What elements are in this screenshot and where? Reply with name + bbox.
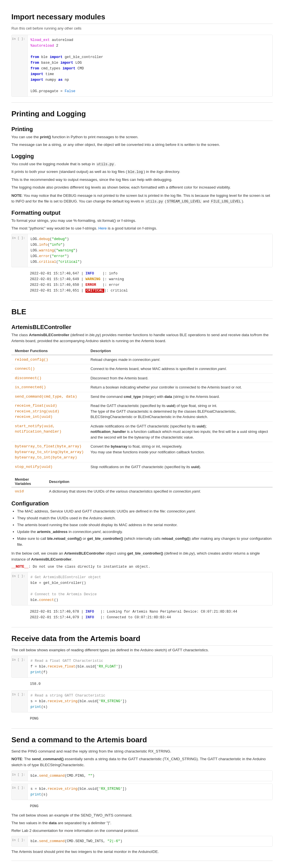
ble-section: BLE ArtemisBLEController The class Artem… [11, 307, 273, 621]
config-bullet-1: The MAC address, Service UUID and GATT c… [17, 508, 273, 515]
receive-string-code[interactable]: s = ble.receive_string(ble.uuid['RX_STRI… [27, 784, 272, 800]
logging-desc3: This is the recommended way to output me… [11, 177, 273, 183]
fn-disconnect: disconnect() [11, 373, 87, 383]
import-modules-cell[interactable]: In [ ]: %load_ext autoreload %autoreload… [11, 35, 273, 97]
member-vars-header: Member Variables [11, 476, 46, 487]
fn-bytearray: bytearray_to_float(byte_array)bytearray_… [11, 442, 87, 462]
receive-string-output: PONG [27, 802, 273, 810]
cell-label-float: In [ ]: [12, 656, 27, 677]
fn-reload-config-desc: Reload changes made in connection.yaml. [87, 355, 273, 364]
logging-note: NOTE: You may notice that the DEBUG mess… [11, 193, 273, 205]
var-uuid: uuid [11, 487, 46, 495]
fn-connect: connect() [11, 364, 87, 374]
printing-logging-title: Printing and Logging [11, 110, 273, 121]
import-modules-code[interactable]: %load_ext autoreload %autoreload 2 from … [27, 35, 272, 96]
fn-bytearray-desc: Convert the bytearray to float, string o… [87, 442, 273, 462]
fn-start-notify: start_notify(uuid,notification_handler) [11, 422, 87, 442]
float-cell[interactable]: In [ ]: # Read a float GATT Characterist… [11, 656, 273, 678]
member-vars-desc-header: Description [46, 476, 273, 487]
dunder-note: __NOTE__: Do not use the class directly … [11, 564, 273, 570]
logging-title: Logging [11, 153, 273, 160]
ping-cell[interactable]: In [ ]: ble.send_command(CMD.PING, "") [11, 770, 273, 781]
float-code[interactable]: # Read a float GATT Characteristic f = b… [27, 656, 272, 677]
cell-label-string: In [ ]: [12, 690, 27, 712]
fstrings-link[interactable]: Here [98, 226, 107, 230]
ble-title: BLE [11, 307, 273, 319]
table-row: receive_float(uuid)receive_string(uuid)r… [11, 401, 273, 422]
fn-connect-desc: Connect to the Artemis board, whose MAC … [87, 364, 273, 374]
string-code[interactable]: # Read a string GATT Characteristic s = … [27, 690, 272, 712]
fn-receive: receive_float(uuid)receive_string(uuid)r… [11, 401, 87, 422]
two-ints-note: The Artemis board should print the two i… [11, 849, 273, 855]
string-cell[interactable]: In [ ]: # Read a string GATT Characteris… [11, 690, 273, 712]
two-ints-desc: The cell below shows an example of the S… [11, 812, 273, 818]
fn-disconnect-desc: Disconnect from the Artemis board. [87, 373, 273, 383]
two-ints-cell[interactable]: In [ ]: ble.send_command(CMD.SEND_TWO_IN… [11, 836, 273, 847]
printing-desc2: The message can be a string, or any othe… [11, 142, 273, 148]
member-functions-table: Member Functions Description reload_conf… [11, 347, 273, 472]
send-command-section: Send a command to the Artemis board Send… [11, 736, 273, 855]
receive-string-cell[interactable]: In [ ]: s = ble.receive_string(ble.uuid[… [11, 783, 273, 800]
artemis-controller-desc: The class ArtemisBLEController (defined … [11, 332, 273, 344]
fn-send-command: send_command(cmd_type, data) [11, 392, 87, 401]
get-controller-code[interactable]: # Get ArtemisBLEController object ble = … [27, 572, 272, 605]
two-ints-desc3: Refer Lab 2 documentation for more infor… [11, 828, 273, 834]
fn-reload-config: reload_config() [11, 355, 87, 364]
config-bullet-4: Update the artemis_address in connection… [17, 529, 273, 535]
string-output: PONG [27, 715, 273, 723]
cell-label-import: In [ ]: [12, 35, 27, 96]
receive-data-title: Receive data from the Artemis board [11, 634, 273, 646]
ping-code[interactable]: ble.send_command(CMD.PING, "") [27, 771, 272, 781]
divider-3 [11, 627, 273, 627]
config-bullet-5: Make sure to call ble.reload_config() or… [17, 536, 273, 548]
two-ints-code[interactable]: ble.send_command(CMD.SEND_TWO_INTS, "2|-… [27, 836, 272, 846]
table-row: reload_config() Reload changes made in c… [11, 355, 273, 364]
printing-title: Printing [11, 126, 273, 132]
table-row: send_command(cmd_type, data) Send the co… [11, 392, 273, 401]
fn-receive-desc: Read the GATT characteristic (specified … [87, 401, 273, 422]
formatting-desc2: The most "pythonic" way would be to use … [11, 225, 273, 231]
var-uuid-desc: A dictionary that stores the UUIDs of th… [46, 487, 273, 495]
two-ints-desc2: The two values in the data are separated… [11, 820, 273, 826]
printing-desc1: You can use the print() function in Pyth… [11, 134, 273, 140]
log-output: 2022-02-01 15:17:40,647 | INFO |: info 2… [27, 270, 273, 294]
config-bullet-3: The artemis board running the base code … [17, 522, 273, 528]
float-output: 158.0 [27, 680, 273, 688]
table-row: disconnect() Disconnect from the Artemis… [11, 373, 273, 383]
table-row: stop_notify(uuid) Stop notifications on … [11, 462, 273, 471]
divider-2 [11, 300, 273, 301]
description-header: Description [87, 347, 273, 355]
config-desc: In the below cell, we create an ArtemisB… [11, 551, 273, 563]
divider-5 [11, 861, 273, 861]
send-command-title: Send a command to the Artemis board [11, 736, 273, 747]
artemis-controller-title: ArtemisBLEController [11, 324, 273, 331]
cell-label-controller: In [ ]: [12, 572, 27, 605]
cell-label-receive: In [ ]: [12, 784, 27, 800]
send-command-desc1: Send the PING command and read the reply… [11, 749, 273, 754]
logging-desc2: It prints to both your screen (standard … [11, 169, 273, 175]
logging-desc1: You could use the logging module that is… [11, 161, 273, 167]
table-row: uuid A dictionary that stores the UUIDs … [11, 487, 273, 495]
config-bullet-2: They should match the UUIDs used in the … [17, 515, 273, 521]
table-row: connect() Connect to the Artemis board, … [11, 364, 273, 374]
fn-start-notify-desc: Activate notifications on the GATT chara… [87, 422, 273, 442]
table-row: is_connected() Return a boolean indicati… [11, 383, 273, 392]
import-modules-title: Import necessary modules [11, 12, 273, 24]
import-modules-section: Import necessary modules Run this cell b… [11, 12, 273, 97]
member-variables-table: Member Variables Description uuid A dict… [11, 476, 273, 495]
formatting-title: Formatting output [11, 210, 273, 216]
cell-label-two-ints: In [ ]: [12, 836, 27, 846]
configuration-title: Configuration [11, 500, 273, 507]
cell-label-ping: In [ ]: [12, 771, 27, 781]
table-row: start_notify(uuid,notification_handler) … [11, 422, 273, 442]
divider-1 [11, 102, 273, 103]
log-example-code[interactable]: LOG.debug("debug") LOG.info("info") LOG.… [27, 234, 272, 267]
fn-send-command-desc: Send the command cmd_type (integer) with… [87, 392, 273, 401]
get-controller-cell[interactable]: In [ ]: # Get ArtemisBLEController objec… [11, 572, 273, 606]
configuration-bullets: The MAC address, Service UUID and GATT c… [17, 508, 273, 548]
fn-stop-notify-desc: Stop notifications on the GATT character… [87, 462, 273, 471]
receive-data-desc: The cell below shows examples of reading… [11, 647, 273, 653]
member-functions-header: Member Functions [11, 347, 87, 355]
log-example-cell[interactable]: In [ ]: LOG.debug("debug") LOG.info("inf… [11, 234, 273, 267]
fn-is-connected-desc: Return a boolean indicating whether your… [87, 383, 273, 392]
